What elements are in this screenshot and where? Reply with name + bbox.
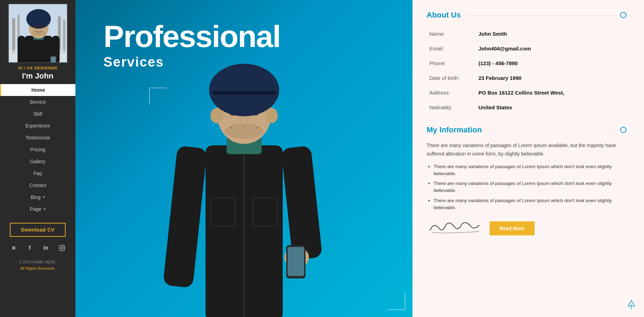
- myinfo-list: There are many variations of passages of…: [434, 163, 626, 212]
- svg-rect-1: [12, 18, 15, 53]
- about-title: About Us: [427, 11, 461, 20]
- label-name: Name:: [427, 27, 476, 41]
- social-icons: ✕ f in: [8, 242, 68, 254]
- svg-rect-18: [59, 246, 65, 251]
- value-address: PO Box 16122 Collins Street West,: [476, 85, 626, 100]
- about-section-header: About Us: [427, 11, 626, 20]
- avatar: [8, 4, 68, 63]
- facebook-icon[interactable]: f: [24, 242, 35, 254]
- hero-person-illustration: [160, 51, 328, 317]
- nav-item-testimonial[interactable]: Testimonial: [0, 132, 75, 144]
- sidebar: UI / UX DESIGNER I'm John Home Service S…: [0, 0, 75, 317]
- sidebar-nav: Home Service Skill Experience Testimonia…: [0, 84, 75, 215]
- sidebar-footer: © 2024 NAME HERE. All Rights Reserved.: [19, 259, 56, 271]
- nav-item-pricing[interactable]: Pricing: [0, 144, 75, 156]
- instagram-icon[interactable]: [56, 242, 68, 254]
- linkedin-icon[interactable]: in: [40, 242, 52, 254]
- label-phone: Phone:: [427, 56, 476, 71]
- about-section-line: [465, 15, 626, 15]
- info-row-nationality: Natinality: United States: [427, 100, 626, 115]
- twitter-icon[interactable]: ✕: [8, 242, 19, 254]
- nav-item-gallery[interactable]: Gallery: [0, 156, 75, 167]
- sidebar-name: I'm John: [22, 71, 54, 81]
- svg-rect-42: [213, 91, 276, 95]
- myinfo-paragraph: There are many variations of passages of…: [427, 142, 626, 158]
- value-nationality: United States: [476, 100, 626, 115]
- svg-point-34: [265, 108, 278, 123]
- about-section-dot: [620, 12, 626, 18]
- nav-item-experience[interactable]: Experience: [0, 120, 75, 132]
- nav-item-contact[interactable]: Contact: [0, 179, 75, 191]
- myinfo-list-item-3: There are many variations of passages of…: [434, 197, 626, 212]
- label-nationality: Natinality:: [427, 100, 476, 115]
- signature: [427, 218, 483, 238]
- svg-point-9: [32, 30, 46, 36]
- myinfo-section-dot: [620, 127, 626, 133]
- info-row-address: Address: PO Box 16122 Collins Street Wes…: [427, 85, 626, 100]
- myinfo-list-item-2: There are many variations of passages of…: [434, 180, 626, 194]
- info-row-dob: Date of birth: 23 February 1990: [427, 71, 626, 85]
- footer-copyright: © 2024 NAME HERE.: [19, 259, 56, 266]
- nav-item-service[interactable]: Service: [0, 96, 75, 108]
- hero-section: Professional Services: [75, 0, 412, 317]
- svg-rect-14: [18, 36, 25, 63]
- svg-rect-24: [253, 198, 277, 226]
- nav-item-home[interactable]: Home: [0, 84, 75, 96]
- read-more-button[interactable]: Read More: [490, 221, 535, 235]
- value-email: John404@gmail.com: [476, 41, 626, 56]
- label-email: Email:: [427, 41, 476, 56]
- nav-item-skill[interactable]: Skill: [0, 108, 75, 120]
- label-address: Address:: [427, 85, 476, 100]
- right-panel: About Us Name: John Smith Email: John404…: [412, 0, 644, 317]
- pen-icon: [626, 299, 637, 310]
- info-row-phone: Phone: (123) - 456-7890: [427, 56, 626, 71]
- svg-rect-23: [211, 198, 235, 226]
- svg-point-13: [41, 26, 43, 28]
- info-row-name: Name: John Smith: [427, 27, 626, 41]
- myinfo-section-header: My Information: [427, 125, 626, 135]
- svg-rect-26: [163, 146, 207, 288]
- page-chevron-icon: ▾: [43, 207, 46, 212]
- svg-point-33: [210, 108, 223, 123]
- svg-rect-11: [27, 18, 50, 22]
- signature-row: Read More: [427, 218, 626, 238]
- nav-item-page[interactable]: Page ▾: [0, 203, 75, 215]
- info-row-email: Email: John404@gmail.com: [427, 41, 626, 56]
- svg-point-19: [61, 247, 63, 249]
- nav-item-faq[interactable]: Faq: [0, 167, 75, 179]
- bracket-bottom-right: [388, 292, 405, 310]
- footer-rights: All Rights Reserved.: [20, 266, 55, 270]
- blog-chevron-icon: ▾: [43, 195, 45, 200]
- svg-point-12: [34, 26, 36, 28]
- svg-rect-4: [63, 20, 65, 53]
- svg-rect-17: [51, 57, 56, 63]
- myinfo-section-line: [486, 130, 626, 130]
- download-cv-button[interactable]: Download CV: [10, 223, 66, 237]
- label-dob: Date of birth:: [427, 71, 476, 85]
- value-dob: 23 February 1990: [476, 71, 626, 85]
- nav-item-blog[interactable]: Blog ▾: [0, 191, 75, 203]
- about-info-table: Name: John Smith Email: John404@gmail.co…: [427, 27, 626, 115]
- svg-point-44: [631, 308, 632, 309]
- myinfo-title: My Information: [427, 125, 482, 135]
- sidebar-role: UI / UX DESIGNER: [18, 66, 58, 70]
- myinfo-list-item-1: There are many variations of passages of…: [434, 163, 626, 178]
- hero-title: Professional: [103, 21, 280, 52]
- value-name: John Smith: [476, 27, 626, 41]
- value-phone: (123) - 456-7890: [476, 56, 626, 71]
- svg-point-20: [63, 246, 64, 247]
- svg-rect-30: [288, 247, 304, 276]
- svg-rect-27: [281, 146, 322, 260]
- bracket-top-left: [149, 88, 167, 105]
